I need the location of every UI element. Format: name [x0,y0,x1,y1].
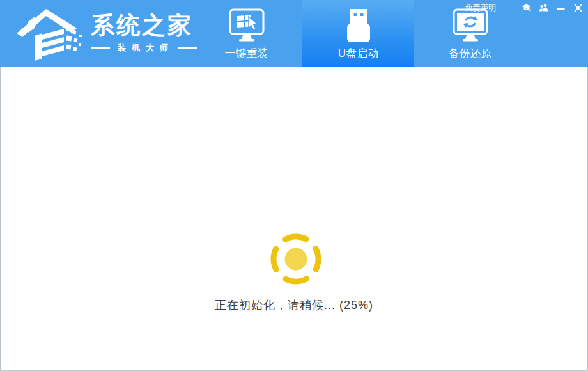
brand-subtitle-row: 装机大师 [91,42,197,54]
loading-spinner-icon [265,228,327,290]
disclaimer-link[interactable]: 免责声明 [465,3,496,13]
app-window: 系统之家 装机大师 [0,0,588,371]
tab-label-backup-restore: 备份还原 [449,46,492,61]
minimize-button[interactable] [556,3,566,13]
status-message: 正在初始化，请稍候... (25%) [1,297,587,313]
reinstall-monitor-icon [228,8,266,43]
content-area: 正在初始化，请稍候... (25%) [0,67,588,371]
house-pixels-icon [15,5,87,61]
service-cap-icon[interactable] [522,3,531,13]
brand-name: 系统之家 [91,13,197,39]
titlebar-controls: 免责声明 [465,3,583,13]
usb-drive-icon [339,8,378,43]
close-button[interactable] [573,3,583,13]
brand-logo: 系统之家 装机大师 [15,5,197,61]
app-header: 系统之家 装机大师 [0,0,588,67]
tab-one-key-reinstall[interactable]: 一键重装 [190,0,302,67]
brand-text: 系统之家 装机大师 [91,13,197,54]
subtitle-left-rule [91,47,110,49]
brand-subtitle: 装机大师 [118,42,174,54]
tab-usb-boot[interactable]: U盘启动 [302,0,414,67]
tab-label-one-key-reinstall: 一键重装 [225,46,268,61]
tab-label-usb-boot: U盘启动 [338,46,378,61]
users-icon[interactable] [539,3,548,13]
